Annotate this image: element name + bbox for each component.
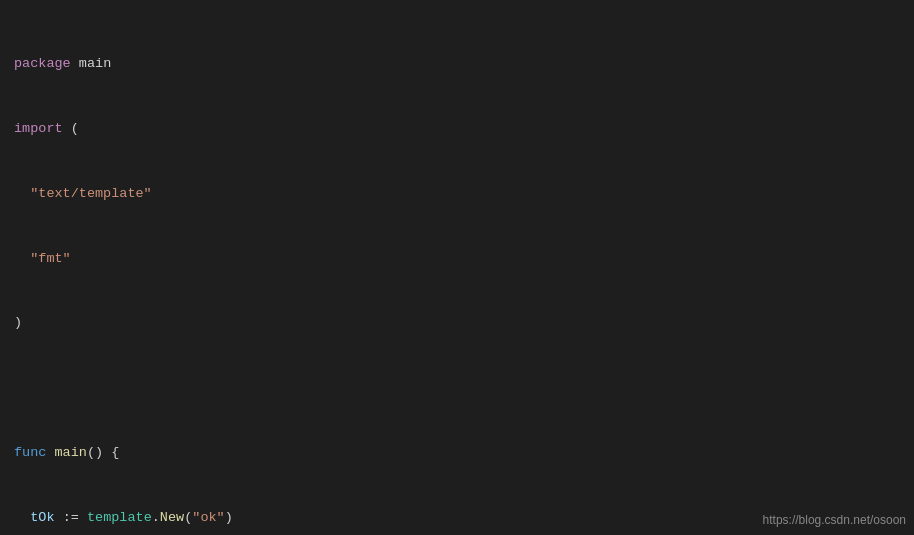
line-1: package main	[14, 53, 900, 75]
watermark: https://blog.csdn.net/osoon	[763, 513, 906, 527]
line-3: "text/template"	[14, 183, 900, 205]
line-7: func main() {	[14, 442, 900, 464]
line-2: import (	[14, 118, 900, 140]
code-block: package main import ( "text/template" "f…	[0, 0, 914, 535]
line-6	[14, 377, 900, 399]
line-4: "fmt"	[14, 248, 900, 270]
line-5: )	[14, 312, 900, 334]
